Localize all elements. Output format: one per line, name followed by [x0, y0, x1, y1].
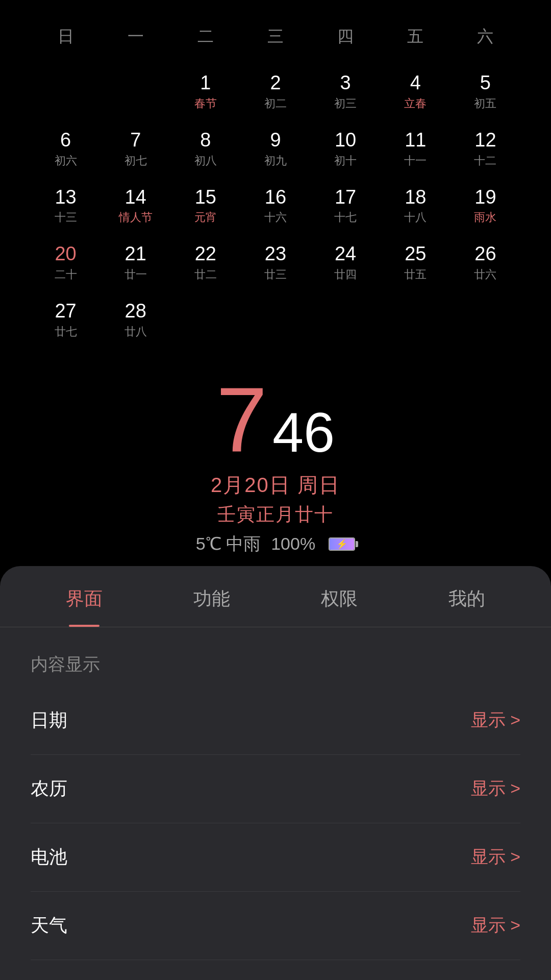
day-lunar: 廿一 [124, 267, 147, 282]
settings-item[interactable]: 日期显示 > [31, 687, 520, 755]
settings-item-label: 电池 [31, 845, 67, 870]
calendar-day[interactable]: 20二十 [31, 234, 101, 291]
weekday-label: 二 [170, 20, 240, 53]
day-number: 26 [474, 243, 496, 265]
clock-date: 2月20日 周日 [211, 471, 340, 499]
tab-功能[interactable]: 功能 [148, 566, 276, 627]
weekday-label: 一 [101, 20, 170, 53]
calendar-day[interactable]: 6初六 [31, 120, 101, 178]
day-lunar: 十八 [404, 210, 427, 225]
day-number: 3 [340, 72, 351, 94]
section-header: 内容显示 [31, 627, 520, 687]
tab-权限[interactable]: 权限 [276, 566, 403, 627]
settings-item[interactable]: 电池显示 > [31, 823, 520, 892]
day-lunar: 春节 [194, 96, 217, 111]
calendar-day[interactable] [31, 63, 101, 120]
calendar-day[interactable]: 21廿一 [101, 234, 170, 291]
weekday-label: 日 [31, 20, 101, 53]
calendar-day[interactable]: 18十八 [381, 178, 450, 235]
day-number: 21 [125, 243, 146, 265]
calendar-day[interactable]: 2初二 [240, 63, 310, 120]
clock-hour: 7 [216, 374, 267, 466]
clock-time: 7 46 [216, 374, 335, 466]
settings-item[interactable]: 农历显示 > [31, 755, 520, 823]
calendar-section: 日一二三四五六 1春节2初二3初三4立春5初五6初六7初七8初八9初九10初十1… [0, 0, 551, 359]
clock-section: 7 46 2月20日 周日 壬寅正月廿十 5℃ 中雨 100% ⚡ [0, 359, 551, 566]
day-number: 17 [335, 187, 356, 208]
settings-item-label: 日期 [31, 708, 67, 733]
calendar-day[interactable] [240, 291, 310, 349]
calendar-day[interactable]: 12十二 [450, 120, 520, 178]
calendar-day[interactable]: 25廿五 [381, 234, 450, 291]
day-number: 22 [195, 243, 216, 265]
calendar-day[interactable]: 13十三 [31, 178, 101, 235]
day-number: 6 [60, 130, 71, 151]
calendar-day[interactable]: 11十一 [381, 120, 450, 178]
calendar-day[interactable]: 23廿三 [240, 234, 310, 291]
day-number: 19 [474, 187, 496, 208]
day-number: 8 [200, 130, 211, 151]
weekday-label: 四 [311, 20, 381, 53]
calendar-day[interactable] [381, 291, 450, 349]
calendar-day[interactable]: 22廿二 [170, 234, 240, 291]
calendar-day[interactable]: 24廿四 [311, 234, 381, 291]
calendar-day[interactable] [101, 63, 170, 120]
day-number: 24 [335, 243, 356, 265]
calendar-day[interactable] [311, 291, 381, 349]
day-number: 1 [200, 72, 211, 94]
day-lunar: 廿六 [474, 267, 496, 282]
day-lunar: 初三 [334, 96, 357, 111]
calendar-day[interactable]: 7初七 [101, 120, 170, 178]
weekday-label: 三 [240, 20, 310, 53]
day-lunar: 情人节 [119, 210, 153, 225]
day-lunar: 廿四 [334, 267, 357, 282]
tab-界面[interactable]: 界面 [20, 566, 148, 627]
calendar-weekdays: 日一二三四五六 [31, 20, 520, 53]
calendar-day[interactable]: 8初八 [170, 120, 240, 178]
calendar-day[interactable]: 19雨水 [450, 178, 520, 235]
day-lunar: 立春 [404, 96, 427, 111]
calendar-day[interactable]: 5初五 [450, 63, 520, 120]
calendar-day[interactable]: 1春节 [170, 63, 240, 120]
calendar-day[interactable]: 10初十 [311, 120, 381, 178]
calendar-day[interactable] [450, 291, 520, 349]
calendar-day[interactable]: 4立春 [381, 63, 450, 120]
day-number: 25 [405, 243, 426, 265]
calendar-day[interactable]: 17十七 [311, 178, 381, 235]
settings-item[interactable]: 计步关闭 > [31, 960, 520, 980]
settings-item-label: 天气 [31, 913, 67, 938]
calendar-day[interactable]: 26廿六 [450, 234, 520, 291]
day-number: 11 [405, 130, 426, 151]
day-lunar: 初七 [124, 153, 147, 168]
day-number: 27 [55, 301, 76, 322]
settings-content: 内容显示 日期显示 >农历显示 >电池显示 >天气显示 >计步关闭 > [0, 627, 551, 980]
day-number: 16 [265, 187, 286, 208]
day-number: 15 [195, 187, 216, 208]
calendar-day[interactable]: 14情人节 [101, 178, 170, 235]
day-number: 9 [270, 130, 281, 151]
calendar-day[interactable]: 9初九 [240, 120, 310, 178]
tab-我的[interactable]: 我的 [403, 566, 531, 627]
settings-item[interactable]: 天气显示 > [31, 892, 520, 960]
day-lunar: 初二 [264, 96, 287, 111]
weekday-label: 六 [450, 20, 520, 53]
day-number: 4 [410, 72, 421, 94]
day-number: 10 [335, 130, 356, 151]
day-number: 23 [265, 243, 286, 265]
day-number: 13 [55, 187, 76, 208]
battery-percent: 100% [271, 534, 315, 554]
day-number: 5 [480, 72, 491, 94]
settings-item-value: 显示 > [471, 914, 520, 937]
calendar-day[interactable]: 15元宵 [170, 178, 240, 235]
clock-lunar: 壬寅正月廿十 [217, 502, 334, 527]
day-lunar: 十七 [334, 210, 357, 225]
calendar-day[interactable]: 16十六 [240, 178, 310, 235]
calendar-day[interactable]: 3初三 [311, 63, 381, 120]
day-lunar: 廿八 [124, 324, 147, 339]
day-number: 28 [125, 301, 146, 322]
calendar-day[interactable]: 27廿七 [31, 291, 101, 349]
tab-bar: 界面功能权限我的 [0, 566, 551, 627]
day-lunar: 十二 [474, 153, 496, 168]
calendar-day[interactable] [170, 291, 240, 349]
calendar-day[interactable]: 28廿八 [101, 291, 170, 349]
